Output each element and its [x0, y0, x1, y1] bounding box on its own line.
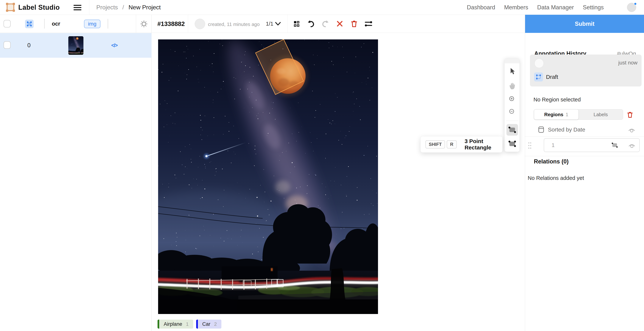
delete-annotation-button[interactable]: [350, 19, 358, 28]
x-icon: [336, 20, 343, 27]
label-studio-app: Label Studio Projects / New Project Dash…: [0, 0, 644, 331]
submit-button[interactable]: Submit: [525, 15, 644, 33]
relations-empty-text: No Relations added yet: [528, 175, 584, 181]
draft-status-label: Draft: [546, 73, 558, 82]
car-color-bar: [196, 319, 198, 328]
history-entry[interactable]: just now Draft: [530, 55, 642, 87]
breadcrumb: Projects / New Project: [96, 0, 161, 15]
zoom-in-tool-button[interactable]: [504, 94, 520, 105]
notification-dot: [634, 3, 637, 5]
select-all-checkbox[interactable]: [4, 20, 11, 28]
task-row-checkbox[interactable]: [4, 41, 11, 49]
tools-drag-handle[interactable]: [504, 58, 520, 63]
annotation-canvas-area: Airplane 1 Car 2: [152, 33, 525, 331]
pagination-label: 1/1: [266, 15, 273, 33]
reject-button[interactable]: [336, 19, 344, 28]
task-row[interactable]: 0 </>: [0, 33, 152, 58]
grid-icon: [293, 20, 300, 28]
navbar-divider: [89, 0, 90, 15]
hotkey-tooltip: SHIFT R 3 Point Rectangle: [420, 136, 502, 153]
outliner-tabs: Regions 1 Labels: [534, 109, 623, 120]
relations-title: Relations (0): [534, 158, 568, 165]
sort-control[interactable]: Sorted by Date: [538, 126, 585, 133]
breadcrumb-projects[interactable]: Projects: [96, 4, 118, 11]
nav-item-data-manager[interactable]: Data Manager: [537, 4, 574, 11]
trash-icon: [350, 20, 358, 28]
region-rectangle-icon: [611, 142, 618, 149]
task-thumbnail[interactable]: [68, 36, 84, 55]
img-column-badge[interactable]: img: [84, 20, 100, 28]
toolbar-divider: [188, 15, 188, 33]
task-image[interactable]: [158, 40, 378, 314]
delete-regions-button[interactable]: [626, 111, 634, 119]
annotation-toolbar: #1338882 created, 11 minutes ago 1/1: [152, 15, 525, 33]
bounding-box-column-icon[interactable]: [25, 20, 34, 28]
region-item[interactable]: 1: [544, 138, 640, 152]
label-chip-car[interactable]: Car 2: [196, 319, 222, 328]
tools-separator: [506, 121, 518, 121]
annotator-avatar: [195, 19, 205, 29]
sliders-icon: [364, 20, 372, 28]
tab-regions[interactable]: Regions 1: [534, 110, 578, 120]
undo-button[interactable]: [307, 19, 315, 28]
label-chip-airplane[interactable]: Airplane 1: [158, 319, 193, 328]
hamburger-menu-icon[interactable]: [74, 4, 82, 11]
breadcrumb-current-project: New Project: [128, 4, 161, 11]
tab-labels[interactable]: Labels: [578, 110, 623, 120]
region-visibility-eye-icon[interactable]: [628, 142, 636, 148]
settings-sliders-button[interactable]: [364, 19, 373, 28]
pan-tool-button[interactable]: [504, 80, 520, 92]
task-list-panel: ocr img 0 </>: [0, 15, 152, 331]
breadcrumb-separator: /: [122, 4, 124, 11]
car-region-bbox-1[interactable]: [272, 279, 277, 287]
airplane-label: Airplane: [164, 321, 182, 327]
nav-item-settings[interactable]: Settings: [583, 4, 604, 11]
car-count: 2: [214, 321, 217, 327]
trash-icon: [627, 111, 633, 118]
redo-icon: [322, 20, 329, 28]
car-region-bbox-2[interactable]: [278, 279, 283, 287]
airplane-color-bar: [158, 319, 159, 328]
task-row-id: 0: [20, 33, 37, 58]
label-studio-logo-icon[interactable]: [6, 3, 14, 12]
bbox-icon: [26, 21, 32, 27]
top-navbar: Label Studio Projects / New Project Dash…: [0, 0, 644, 15]
nav-item-members[interactable]: Members: [504, 4, 528, 11]
canvas-tools-panel: [504, 58, 520, 152]
created-info: created, 11 minutes ago: [208, 15, 260, 33]
redo-button[interactable]: [321, 19, 330, 28]
column-divider: [44, 19, 44, 29]
columns-settings-cell: [136, 15, 152, 33]
navbar-menu: Dashboard Members Data Manager Settings: [467, 0, 604, 15]
task-id: #1338882: [157, 15, 185, 33]
toggle-all-visibility-eye-icon[interactable]: [628, 127, 636, 133]
divider: [525, 156, 644, 156]
region-index: 1: [552, 139, 554, 152]
sort-group-icon: [538, 126, 544, 133]
key-badge-shift: SHIFT: [426, 140, 445, 149]
cursor-icon: [509, 68, 516, 75]
airplane-count: 1: [186, 321, 188, 327]
key-badge-r: R: [447, 140, 456, 149]
rectangle-3pt-tool-button[interactable]: [504, 138, 520, 149]
draft-bbox-icon: [536, 74, 541, 80]
hand-icon: [509, 82, 516, 90]
toolbar-divider: [287, 15, 288, 33]
move-tool-button[interactable]: [504, 66, 520, 77]
zoom-out-tool-button[interactable]: [504, 107, 520, 118]
chevron-down-icon[interactable]: [275, 21, 281, 27]
user-avatar[interactable]: [627, 3, 636, 12]
view-source-icon[interactable]: </>: [111, 33, 118, 58]
car-label: Car: [202, 321, 210, 327]
drag-handle-icon[interactable]: [528, 141, 532, 150]
rectangle-tool-button[interactable]: [504, 124, 520, 135]
app-title: Label Studio: [18, 0, 60, 15]
nav-item-dashboard[interactable]: Dashboard: [467, 4, 495, 11]
grid-view-button[interactable]: [292, 19, 301, 28]
column-divider: [108, 19, 108, 29]
no-region-selected-text: No Region selected: [534, 97, 581, 103]
gear-icon[interactable]: [140, 20, 148, 28]
zoom-in-icon: [508, 96, 516, 103]
region-list-item: 1: [525, 137, 644, 154]
rectangle-3pt-icon: [508, 140, 516, 148]
